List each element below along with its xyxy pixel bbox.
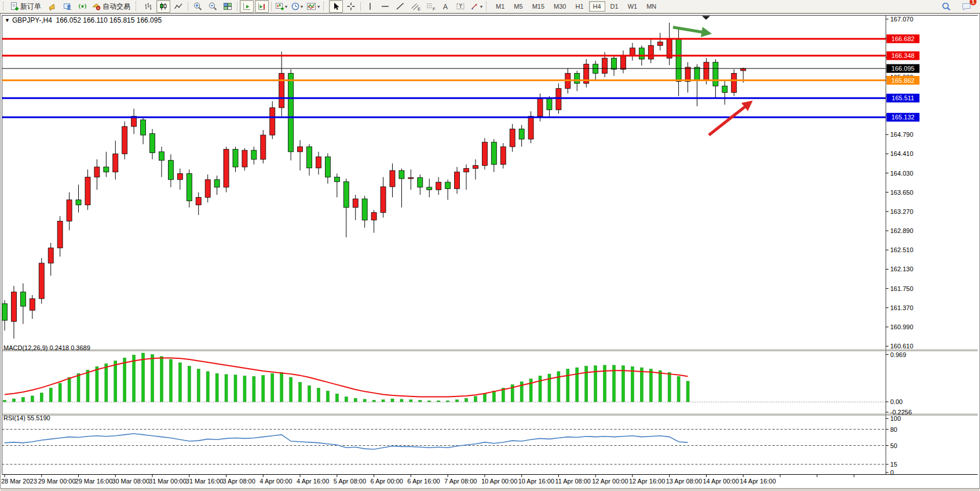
bar-chart-button[interactable] [141,0,155,13]
fibonacci-icon: F [426,2,436,11]
svg-text:161.370: 161.370 [890,304,913,311]
auto-trading-label: 自动交易 [103,2,130,12]
equidistant-channel-button[interactable]: E [408,0,422,13]
clock-icon [291,2,300,11]
macd-indicator-label: MACD(12,26,9) 0.2418 0.3689 [3,344,90,351]
text-label-button[interactable]: T [454,0,467,13]
text-button[interactable]: A [438,0,452,13]
horizontal-line-button[interactable] [378,0,392,13]
text-label-icon: T [456,2,466,11]
auto-scroll-icon [242,2,251,11]
svg-text:164.030: 164.030 [890,170,913,177]
signals-button[interactable] [75,0,89,13]
new-order-button[interactable]: 新订单 [9,0,44,13]
svg-text:166.348: 166.348 [891,52,915,59]
svg-text:163.650: 163.650 [890,189,913,196]
svg-text:29 Mar 16:00: 29 Mar 16:00 [75,478,113,485]
timeframe-m1-button[interactable]: M1 [492,1,509,12]
timeframe-m5-button[interactable]: M5 [510,1,526,12]
svg-text:0: 0 [890,469,894,476]
svg-text:4 Apr 00:00: 4 Apr 00:00 [259,478,292,485]
indicators-button[interactable]: ▾ [305,0,321,13]
svg-text:164.410: 164.410 [890,150,913,157]
svg-text:161.750: 161.750 [890,285,913,292]
period-selector-button[interactable]: ▾ [290,0,304,13]
dropdown-arrow-icon: ▾ [285,4,287,9]
main-toolbar: 新订单 自动交易 [0,0,980,13]
news-horn-button[interactable] [45,0,59,13]
dropdown-arrow-icon: ▾ [317,4,320,9]
svg-text:162.510: 162.510 [890,246,913,253]
bar-chart-icon [144,2,153,11]
chart-area[interactable]: 167.070166.690166.310165.930165.550165.1… [0,0,980,491]
toolbar-grip[interactable] [323,2,326,11]
indicators-icon [306,2,317,11]
signal-waves-icon [78,2,87,11]
svg-text:166.095: 166.095 [891,65,915,72]
svg-text:E: E [418,6,420,12]
symbol-dropdown-icon[interactable]: ▼ [5,17,10,23]
auto-scroll-button[interactable] [240,0,254,13]
svg-text:A: A [443,3,448,11]
toolbar-grip[interactable] [136,2,138,11]
cursor-button[interactable] [329,0,343,13]
chart-shift-icon [257,2,266,11]
chart-shift-button[interactable] [255,0,269,13]
person-monitor-icon [63,2,72,11]
line-chart-icon [174,2,183,11]
timeframe-mn-button[interactable]: MN [642,1,660,12]
auto-trading-button[interactable]: 自动交易 [90,0,133,13]
timeframe-h1-button[interactable]: H1 [571,1,587,12]
zoom-out-button[interactable] [206,0,220,13]
arrows-tool-icon [470,2,480,11]
line-chart-button[interactable] [171,0,185,13]
svg-text:7 Apr 08:00: 7 Apr 08:00 [444,478,477,485]
svg-text:28 Mar 2023: 28 Mar 2023 [1,478,37,485]
svg-text:14 Apr 16:00: 14 Apr 16:00 [740,478,776,485]
metaeditor-button[interactable] [60,0,74,13]
new-chart-button[interactable]: ▾ [274,0,288,13]
toolbar-separator [360,2,361,11]
svg-text:165.511: 165.511 [892,94,915,101]
toolbar-grip[interactable] [486,2,489,11]
auto-trading-icon [92,2,101,11]
svg-text:165.132: 165.132 [891,114,915,121]
chart-symbol-period: GBPJPY-,H4 [12,16,52,24]
zoom-in-icon [193,2,203,11]
trendline-button[interactable] [393,0,407,13]
notifications-button[interactable]: 1 [960,0,974,13]
zoom-in-button[interactable] [191,0,204,13]
svg-text:10 Apr 16:00: 10 Apr 16:00 [518,478,554,485]
vertical-line-button[interactable] [363,0,377,13]
fibonacci-button[interactable]: F [423,0,437,13]
toolbar-separator [188,2,188,11]
tile-windows-button[interactable] [221,0,235,13]
svg-text:0.00: 0.00 [890,398,902,405]
new-order-label: 新订单 [20,2,41,12]
timeframe-w1-button[interactable]: W1 [624,1,642,12]
search-button[interactable] [939,0,953,13]
svg-text:12 Apr 00:00: 12 Apr 00:00 [592,478,628,485]
svg-text:10 Apr 00:00: 10 Apr 00:00 [481,478,517,485]
text-a-icon: A [441,2,449,11]
timeframe-m15-button[interactable]: M15 [528,1,548,12]
svg-text:3 Apr 08:00: 3 Apr 08:00 [223,478,255,485]
candlestick-chart-button[interactable] [156,0,170,13]
candlestick-icon [159,2,168,11]
svg-text:164.790: 164.790 [890,131,913,138]
crosshair-button[interactable] [344,0,358,13]
svg-text:30 Mar 08:00: 30 Mar 08:00 [112,478,149,485]
chart-ohlc-values: 166.052 166.110 165.815 166.095 [56,16,162,24]
timeframe-m30-button[interactable]: M30 [550,1,570,12]
svg-text:0.969: 0.969 [890,351,906,358]
svg-text:167.070: 167.070 [890,16,913,23]
arrows-tool-button[interactable]: ▾ [469,0,484,13]
timeframe-d1-button[interactable]: D1 [606,1,623,12]
svg-text:160.610: 160.610 [890,343,913,350]
svg-text:162.130: 162.130 [890,265,913,272]
toolbar-grip[interactable] [3,2,6,11]
svg-text:80: 80 [890,426,897,433]
dropdown-arrow-icon: ▾ [301,4,303,9]
svg-text:12 Apr 16:00: 12 Apr 16:00 [629,478,665,485]
timeframe-h4-button[interactable]: H4 [589,1,605,12]
